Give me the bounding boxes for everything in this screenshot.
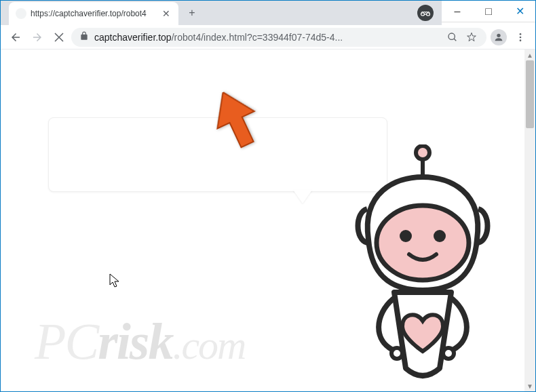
svg-point-3 [497, 33, 500, 37]
robot-illustration [334, 144, 511, 391]
svg-point-13 [443, 348, 454, 359]
forward-arrow-icon [31, 31, 43, 43]
search-icon[interactable] [446, 31, 459, 44]
stop-reload-button[interactable] [50, 28, 69, 47]
svg-point-6 [520, 39, 522, 41]
active-tab[interactable]: https://captchaverifier.top/robot4 ✕ [9, 2, 178, 25]
mouse-cursor-icon [109, 273, 120, 291]
stop-icon [54, 33, 64, 42]
svg-point-5 [520, 36, 522, 38]
url-path: /robot4/index.html?c=33944f07-74d5-4... [172, 32, 343, 43]
url-domain: captchaverifier.top [94, 32, 172, 43]
maximize-icon: □ [485, 5, 492, 18]
page-content: PCrisk.com [1, 50, 524, 391]
address-bar: captchaverifier.top/robot4/index.html?c=… [1, 25, 535, 50]
svg-point-9 [377, 205, 469, 280]
svg-point-4 [520, 33, 522, 35]
speech-bubble-tail [293, 190, 312, 203]
new-tab-button[interactable]: + [183, 3, 202, 22]
menu-button[interactable] [511, 28, 530, 47]
svg-point-12 [391, 348, 402, 359]
svg-point-1 [427, 13, 430, 16]
svg-point-0 [421, 13, 425, 16]
plus-icon: + [189, 7, 195, 19]
avatar-icon [491, 29, 507, 45]
minimize-icon: – [455, 5, 461, 18]
maximize-button[interactable]: □ [473, 1, 504, 22]
kebab-icon [515, 32, 526, 43]
close-button[interactable]: ✕ [504, 1, 535, 22]
svg-point-7 [416, 146, 429, 159]
back-arrow-icon [9, 31, 22, 43]
svg-point-2 [448, 33, 455, 39]
close-icon: ✕ [516, 5, 524, 18]
tab-strip: https://captchaverifier.top/robot4 ✕ + [1, 1, 442, 25]
watermark-risk: risk [98, 313, 172, 370]
scrollbar-thumb[interactable] [526, 60, 534, 128]
scroll-up-icon[interactable]: ▲ [524, 50, 535, 60]
back-button[interactable] [6, 28, 25, 47]
tab-close-icon[interactable]: ✕ [161, 8, 172, 19]
svg-point-11 [434, 230, 446, 242]
minimize-button[interactable]: – [442, 1, 473, 22]
scroll-down-icon[interactable]: ▼ [524, 380, 535, 391]
url-text: captchaverifier.top/robot4/index.html?c=… [94, 32, 440, 43]
svg-point-10 [400, 230, 412, 242]
profile-button[interactable] [489, 28, 508, 47]
browser-window: https://captchaverifier.top/robot4 ✕ + –… [0, 0, 536, 392]
lock-icon [79, 31, 89, 43]
watermark: PCrisk.com [35, 312, 245, 371]
tab-favicon [16, 8, 26, 19]
forward-button[interactable] [28, 28, 47, 47]
tab-title: https://captchaverifier.top/robot4 [31, 9, 157, 18]
omnibox[interactable]: captchaverifier.top/robot4/index.html?c=… [71, 28, 486, 47]
watermark-com: .com [172, 323, 245, 368]
watermark-pc: PC [35, 313, 98, 370]
vertical-scrollbar[interactable]: ▲ ▼ [524, 50, 535, 391]
star-icon[interactable] [465, 31, 478, 44]
incognito-badge-icon [417, 5, 434, 21]
